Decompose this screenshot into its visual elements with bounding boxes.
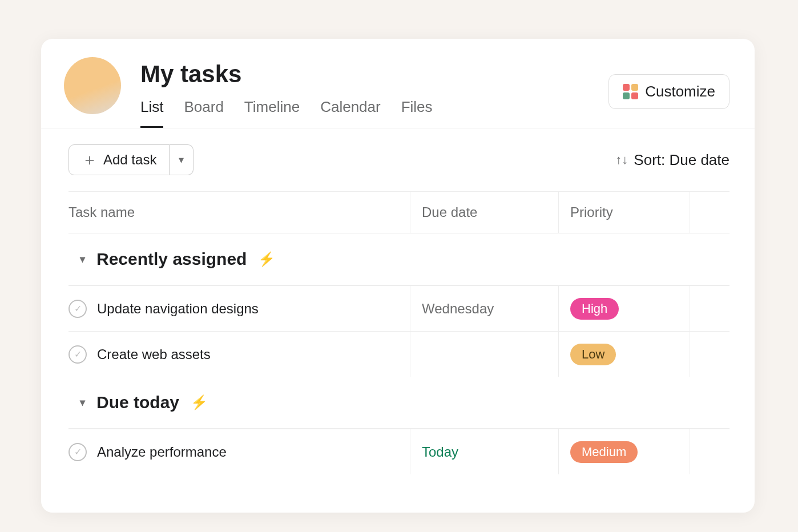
- task-row[interactable]: ✓ Update navigation designs Wednesday Hi…: [68, 285, 730, 331]
- customize-button[interactable]: Customize: [608, 74, 730, 109]
- bolt-icon: ⚡: [258, 251, 275, 267]
- task-name: Create web assets: [97, 346, 211, 362]
- tab-list[interactable]: List: [140, 98, 163, 128]
- plus-icon: ＋: [82, 152, 98, 168]
- task-due: Today: [422, 444, 458, 460]
- task-priority-cell[interactable]: High: [558, 286, 690, 331]
- tab-calendar[interactable]: Calendar: [320, 98, 381, 128]
- column-extra[interactable]: [690, 192, 730, 233]
- task-name-cell: ✓ Analyze performance: [68, 429, 410, 474]
- task-due-cell[interactable]: Wednesday: [410, 286, 558, 331]
- section-header[interactable]: ▾ Due today ⚡: [41, 377, 755, 428]
- sort-button[interactable]: ↑↓ Sort: Due date: [615, 151, 730, 169]
- tabs: List Board Timeline Calendar Files: [140, 98, 433, 128]
- column-priority[interactable]: Priority: [558, 192, 690, 233]
- priority-pill: Low: [570, 344, 616, 365]
- task-priority-cell[interactable]: Medium: [558, 429, 690, 474]
- task-priority-cell[interactable]: Low: [558, 332, 690, 377]
- task-row[interactable]: ✓ Create web assets Low: [68, 331, 730, 377]
- task-extra-cell[interactable]: [690, 332, 730, 377]
- chevron-down-icon: ▾: [179, 154, 184, 166]
- priority-pill: High: [570, 298, 619, 320]
- task-extra-cell[interactable]: [690, 286, 730, 331]
- toolbar: ＋ Add task ▾ ↑↓ Sort: Due date: [41, 128, 755, 191]
- complete-check-icon[interactable]: ✓: [68, 345, 87, 364]
- add-task-group: ＋ Add task ▾: [68, 144, 194, 175]
- header: My tasks List Board Timeline Calendar Fi…: [41, 39, 755, 128]
- customize-icon: [623, 84, 638, 99]
- priority-pill: Medium: [570, 441, 638, 463]
- add-task-dropdown[interactable]: ▾: [170, 144, 194, 175]
- task-due-cell[interactable]: Today: [410, 429, 558, 474]
- section-header[interactable]: ▾ Recently assigned ⚡: [41, 233, 755, 285]
- column-task-name[interactable]: Task name: [68, 192, 410, 233]
- task-due: Wednesday: [422, 301, 494, 317]
- task-name: Update navigation designs: [97, 301, 259, 317]
- task-name-cell: ✓ Create web assets: [68, 332, 410, 377]
- complete-check-icon[interactable]: ✓: [68, 300, 87, 318]
- customize-label: Customize: [645, 83, 715, 100]
- column-due-date[interactable]: Due date: [410, 192, 558, 233]
- bolt-icon: ⚡: [191, 394, 208, 410]
- section-title: Due today: [96, 393, 179, 412]
- header-main: My tasks List Board Timeline Calendar Fi…: [140, 57, 433, 128]
- tab-files[interactable]: Files: [401, 98, 433, 128]
- tab-board[interactable]: Board: [184, 98, 223, 128]
- sort-label: Sort: Due date: [634, 151, 730, 169]
- task-row[interactable]: ✓ Analyze performance Today Medium: [68, 429, 730, 474]
- table-header: Task name Due date Priority: [68, 191, 730, 233]
- add-task-label: Add task: [103, 152, 156, 168]
- add-task-button[interactable]: ＋ Add task: [68, 144, 170, 175]
- section-title: Recently assigned: [96, 249, 247, 269]
- task-due-cell[interactable]: [410, 332, 558, 377]
- app-card: My tasks List Board Timeline Calendar Fi…: [41, 39, 755, 513]
- task-extra-cell[interactable]: [690, 429, 730, 474]
- sort-icon: ↑↓: [615, 152, 628, 167]
- section-collapse-icon[interactable]: ▾: [80, 396, 85, 409]
- tab-timeline[interactable]: Timeline: [244, 98, 300, 128]
- task-name: Analyze performance: [97, 444, 227, 460]
- page-title: My tasks: [140, 61, 433, 88]
- section-collapse-icon[interactable]: ▾: [80, 253, 85, 265]
- avatar[interactable]: [64, 57, 121, 114]
- complete-check-icon[interactable]: ✓: [68, 443, 87, 461]
- task-name-cell: ✓ Update navigation designs: [68, 286, 410, 331]
